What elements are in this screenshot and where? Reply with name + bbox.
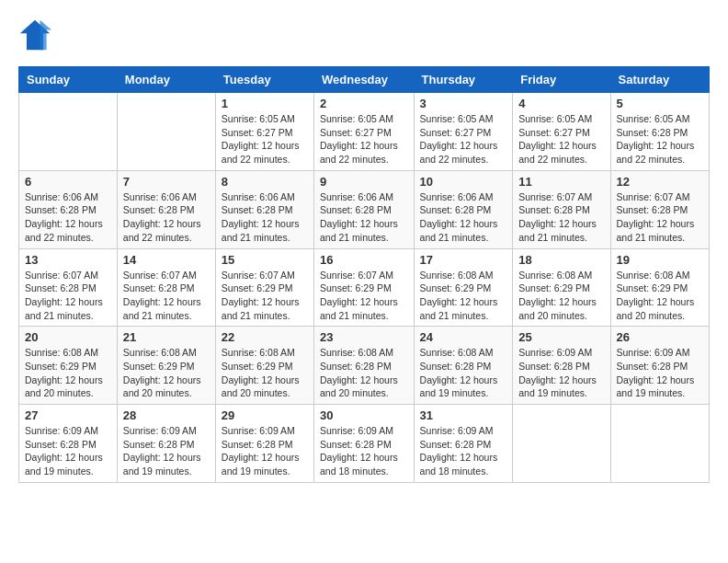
day-info: Sunrise: 6:05 AM Sunset: 6:27 PM Dayligh… <box>518 112 604 167</box>
day-number: 22 <box>222 330 308 344</box>
day-number: 29 <box>222 408 308 422</box>
day-number: 26 <box>617 330 703 344</box>
calendar-cell: 13Sunrise: 6:07 AM Sunset: 6:28 PM Dayli… <box>19 248 118 327</box>
calendar-cell: 12Sunrise: 6:07 AM Sunset: 6:28 PM Dayli… <box>610 170 709 248</box>
day-number: 20 <box>25 330 111 344</box>
calendar-cell: 31Sunrise: 6:09 AM Sunset: 6:28 PM Dayli… <box>414 405 513 483</box>
day-number: 15 <box>222 253 308 267</box>
day-info: Sunrise: 6:07 AM Sunset: 6:28 PM Dayligh… <box>25 269 111 323</box>
calendar-cell: 9Sunrise: 6:06 AM Sunset: 6:28 PM Daylig… <box>314 170 415 248</box>
day-info: Sunrise: 6:09 AM Sunset: 6:28 PM Dayligh… <box>518 346 604 400</box>
calendar-cell <box>19 93 118 171</box>
day-number: 2 <box>320 97 408 110</box>
day-number: 9 <box>320 175 408 189</box>
calendar-table: SundayMondayTuesdayWednesdayThursdayFrid… <box>18 66 710 483</box>
day-number: 6 <box>25 175 111 189</box>
calendar-cell: 4Sunrise: 6:05 AM Sunset: 6:27 PM Daylig… <box>513 93 610 171</box>
calendar-cell: 6Sunrise: 6:06 AM Sunset: 6:28 PM Daylig… <box>19 170 118 248</box>
day-number: 23 <box>320 330 408 344</box>
calendar-cell: 1Sunrise: 6:05 AM Sunset: 6:27 PM Daylig… <box>215 93 313 171</box>
day-info: Sunrise: 6:08 AM Sunset: 6:28 PM Dayligh… <box>320 346 408 400</box>
day-number: 3 <box>420 97 507 110</box>
day-info: Sunrise: 6:08 AM Sunset: 6:29 PM Dayligh… <box>617 269 703 323</box>
day-info: Sunrise: 6:09 AM Sunset: 6:28 PM Dayligh… <box>222 424 308 478</box>
day-info: Sunrise: 6:09 AM Sunset: 6:28 PM Dayligh… <box>320 424 408 478</box>
day-info: Sunrise: 6:08 AM Sunset: 6:29 PM Dayligh… <box>123 346 210 400</box>
day-number: 17 <box>420 253 507 267</box>
day-info: Sunrise: 6:08 AM Sunset: 6:29 PM Dayligh… <box>420 269 507 323</box>
calendar-cell <box>513 405 610 483</box>
calendar-cell: 11Sunrise: 6:07 AM Sunset: 6:28 PM Dayli… <box>513 170 610 248</box>
calendar-cell: 14Sunrise: 6:07 AM Sunset: 6:28 PM Dayli… <box>117 248 215 327</box>
weekday-header-wednesday: Wednesday <box>314 67 415 93</box>
day-number: 12 <box>617 175 703 189</box>
calendar-cell: 3Sunrise: 6:05 AM Sunset: 6:27 PM Daylig… <box>414 93 513 171</box>
day-info: Sunrise: 6:06 AM Sunset: 6:28 PM Dayligh… <box>25 190 111 245</box>
weekday-header-sunday: Sunday <box>19 67 118 93</box>
day-info: Sunrise: 6:05 AM Sunset: 6:27 PM Dayligh… <box>222 112 308 167</box>
calendar-cell: 24Sunrise: 6:08 AM Sunset: 6:28 PM Dayli… <box>414 327 513 405</box>
weekday-header-friday: Friday <box>513 67 610 93</box>
calendar-cell: 30Sunrise: 6:09 AM Sunset: 6:28 PM Dayli… <box>314 405 415 483</box>
calendar-cell: 7Sunrise: 6:06 AM Sunset: 6:28 PM Daylig… <box>117 170 215 248</box>
calendar-cell: 26Sunrise: 6:09 AM Sunset: 6:28 PM Dayli… <box>610 327 709 405</box>
day-info: Sunrise: 6:07 AM Sunset: 6:28 PM Dayligh… <box>617 190 703 245</box>
calendar-cell: 17Sunrise: 6:08 AM Sunset: 6:29 PM Dayli… <box>414 248 513 327</box>
day-info: Sunrise: 6:08 AM Sunset: 6:28 PM Dayligh… <box>420 346 507 400</box>
logo-icon <box>18 18 51 52</box>
day-number: 14 <box>123 253 210 267</box>
calendar-cell: 21Sunrise: 6:08 AM Sunset: 6:29 PM Dayli… <box>117 327 215 405</box>
weekday-header-saturday: Saturday <box>610 67 709 93</box>
calendar-week-row: 27Sunrise: 6:09 AM Sunset: 6:28 PM Dayli… <box>19 405 710 483</box>
day-info: Sunrise: 6:09 AM Sunset: 6:28 PM Dayligh… <box>617 346 703 400</box>
calendar-cell: 8Sunrise: 6:06 AM Sunset: 6:28 PM Daylig… <box>215 170 313 248</box>
day-info: Sunrise: 6:09 AM Sunset: 6:28 PM Dayligh… <box>25 424 111 478</box>
day-number: 7 <box>123 175 210 189</box>
weekday-header-row: SundayMondayTuesdayWednesdayThursdayFrid… <box>19 67 710 93</box>
logo <box>18 18 55 52</box>
day-info: Sunrise: 6:07 AM Sunset: 6:28 PM Dayligh… <box>518 190 604 245</box>
calendar-cell: 20Sunrise: 6:08 AM Sunset: 6:29 PM Dayli… <box>19 327 118 405</box>
day-number: 30 <box>320 408 408 422</box>
day-info: Sunrise: 6:08 AM Sunset: 6:29 PM Dayligh… <box>222 346 308 400</box>
calendar-cell: 29Sunrise: 6:09 AM Sunset: 6:28 PM Dayli… <box>215 405 313 483</box>
day-number: 11 <box>518 175 604 189</box>
day-number: 21 <box>123 330 210 344</box>
day-number: 1 <box>222 97 308 110</box>
day-info: Sunrise: 6:05 AM Sunset: 6:28 PM Dayligh… <box>617 112 703 167</box>
calendar-cell: 15Sunrise: 6:07 AM Sunset: 6:29 PM Dayli… <box>215 248 313 327</box>
day-number: 5 <box>617 97 703 110</box>
calendar-cell: 2Sunrise: 6:05 AM Sunset: 6:27 PM Daylig… <box>314 93 415 171</box>
day-number: 27 <box>25 408 111 422</box>
calendar-cell: 19Sunrise: 6:08 AM Sunset: 6:29 PM Dayli… <box>610 248 709 327</box>
day-number: 25 <box>518 330 604 344</box>
day-info: Sunrise: 6:07 AM Sunset: 6:29 PM Dayligh… <box>320 269 408 323</box>
calendar-cell: 5Sunrise: 6:05 AM Sunset: 6:28 PM Daylig… <box>610 93 709 171</box>
calendar-week-row: 1Sunrise: 6:05 AM Sunset: 6:27 PM Daylig… <box>19 93 710 171</box>
calendar-cell: 22Sunrise: 6:08 AM Sunset: 6:29 PM Dayli… <box>215 327 313 405</box>
day-info: Sunrise: 6:08 AM Sunset: 6:29 PM Dayligh… <box>518 269 604 323</box>
calendar-cell <box>117 93 215 171</box>
calendar-cell <box>610 405 709 483</box>
weekday-header-monday: Monday <box>117 67 215 93</box>
weekday-header-thursday: Thursday <box>414 67 513 93</box>
day-info: Sunrise: 6:06 AM Sunset: 6:28 PM Dayligh… <box>222 190 308 245</box>
day-number: 24 <box>420 330 507 344</box>
page-header <box>18 18 710 52</box>
day-number: 18 <box>518 253 604 267</box>
day-info: Sunrise: 6:06 AM Sunset: 6:28 PM Dayligh… <box>320 190 408 245</box>
calendar-cell: 10Sunrise: 6:06 AM Sunset: 6:28 PM Dayli… <box>414 170 513 248</box>
calendar-cell: 27Sunrise: 6:09 AM Sunset: 6:28 PM Dayli… <box>19 405 118 483</box>
day-info: Sunrise: 6:07 AM Sunset: 6:29 PM Dayligh… <box>222 269 308 323</box>
day-info: Sunrise: 6:08 AM Sunset: 6:29 PM Dayligh… <box>25 346 111 400</box>
day-info: Sunrise: 6:05 AM Sunset: 6:27 PM Dayligh… <box>320 112 408 167</box>
day-info: Sunrise: 6:09 AM Sunset: 6:28 PM Dayligh… <box>123 424 210 478</box>
day-number: 19 <box>617 253 703 267</box>
calendar-cell: 28Sunrise: 6:09 AM Sunset: 6:28 PM Dayli… <box>117 405 215 483</box>
day-info: Sunrise: 6:07 AM Sunset: 6:28 PM Dayligh… <box>123 269 210 323</box>
calendar-week-row: 13Sunrise: 6:07 AM Sunset: 6:28 PM Dayli… <box>19 248 710 327</box>
calendar-cell: 23Sunrise: 6:08 AM Sunset: 6:28 PM Dayli… <box>314 327 415 405</box>
calendar-cell: 16Sunrise: 6:07 AM Sunset: 6:29 PM Dayli… <box>314 248 415 327</box>
calendar-week-row: 6Sunrise: 6:06 AM Sunset: 6:28 PM Daylig… <box>19 170 710 248</box>
day-info: Sunrise: 6:05 AM Sunset: 6:27 PM Dayligh… <box>420 112 507 167</box>
